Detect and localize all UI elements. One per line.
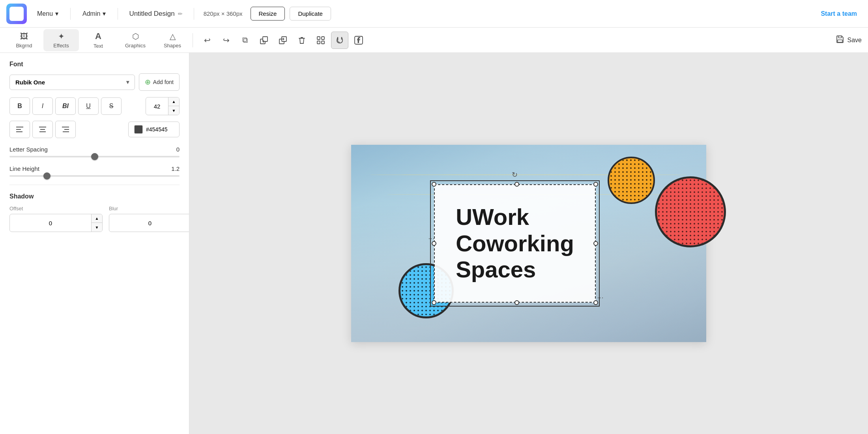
line-height-thumb[interactable] — [43, 172, 51, 180]
yellow-circle[interactable] — [608, 157, 655, 204]
handle-br[interactable] — [593, 300, 598, 305]
tab-bkgrnd[interactable]: 🖼 Bkgrnd — [6, 29, 42, 51]
toolbar2: 🖼 Bkgrnd ✦ Effects A Text ⬡ Graphics △ S… — [0, 28, 868, 53]
effects-icon: ✦ — [58, 32, 65, 41]
canvas-text[interactable]: UWork Coworking Spaces — [444, 196, 586, 291]
handle-mr[interactable] — [593, 241, 598, 246]
add-font-button[interactable]: ⊕ Add font — [139, 73, 180, 91]
red-circle[interactable] — [655, 176, 726, 247]
topbar-divider-1 — [70, 8, 71, 20]
canvas-area: UWork Coworking Spaces ↻ ⋮ ⋮ — [189, 53, 868, 434]
align-right-button[interactable] — [55, 121, 76, 138]
toolbar2-actions: ↩ ↪ ⧉ Save — [198, 32, 862, 49]
line-height-track[interactable] — [9, 175, 180, 177]
text-icon: A — [95, 31, 101, 41]
text-color-swatch — [134, 125, 143, 134]
line-height-section: Line Height 1.2 — [9, 165, 180, 177]
section-divider — [9, 185, 180, 185]
admin-button[interactable]: Admin ▾ — [77, 7, 111, 21]
shadow-offset-field: Offset ▲ ▼ — [9, 206, 103, 232]
facebook-button[interactable] — [350, 32, 367, 49]
menu-button[interactable]: Menu ▾ — [32, 7, 64, 21]
tab-text[interactable]: A Text — [80, 29, 116, 51]
shadow-offset-down[interactable]: ▼ — [91, 223, 102, 232]
letter-spacing-section: Letter Spacing 0 — [9, 146, 180, 157]
design-title-button[interactable]: Untitled Design ✏ — [124, 7, 187, 20]
dots-handle-left[interactable]: ⋮ — [428, 236, 435, 241]
handle-bl[interactable] — [432, 300, 436, 305]
canvas-container[interactable]: UWork Coworking Spaces ↻ ⋮ ⋮ — [351, 145, 706, 342]
copy-button[interactable]: ⧉ — [236, 32, 254, 49]
rotate-handle[interactable]: ↻ — [509, 169, 520, 180]
logo[interactable] — [6, 4, 27, 24]
align-center-button[interactable] — [32, 121, 53, 138]
font-name: Rubik One — [15, 79, 45, 86]
font-size-down-button[interactable]: ▼ — [168, 106, 179, 115]
bold-italic-button[interactable]: BI — [55, 97, 76, 115]
font-size-up-button[interactable]: ▲ — [168, 97, 179, 106]
red-dot-layer — [657, 178, 724, 245]
font-size-input: 42 ▲ ▼ — [146, 97, 180, 115]
text-selection-box[interactable]: UWork Coworking Spaces — [434, 184, 596, 303]
toolbar2-divider — [193, 33, 193, 47]
tab-effects[interactable]: ✦ Effects — [43, 29, 79, 51]
font-dropdown[interactable]: Rubik One ▾ — [9, 75, 135, 90]
magnet-button[interactable] — [331, 32, 348, 49]
start-team-button[interactable]: Start a team — [816, 7, 862, 21]
yellow-dot-layer — [609, 158, 653, 202]
send-back-button[interactable] — [255, 32, 273, 49]
svg-rect-5 — [322, 37, 324, 39]
grid-button[interactable] — [312, 32, 329, 49]
resize-button[interactable]: Resize — [251, 7, 285, 21]
menu-chevron-icon: ▾ — [55, 10, 58, 17]
graphics-icon: ⬡ — [132, 32, 139, 41]
yellow-circle-outer — [608, 157, 655, 204]
shadow-blur-input-wrap: ▲ ▼ — [109, 214, 189, 232]
shadow-blur-input[interactable] — [109, 217, 189, 230]
text-color-value: #454545 — [146, 126, 168, 133]
shadow-offset-input[interactable] — [10, 217, 91, 230]
canvas-text-line3: Spaces — [456, 256, 574, 283]
dots-handle-right[interactable]: ⋮ — [597, 295, 604, 300]
handle-tr[interactable] — [593, 182, 598, 187]
shadow-blur-field: Blur ▲ ▼ — [109, 206, 189, 232]
svg-rect-6 — [317, 41, 320, 44]
letter-spacing-track[interactable] — [9, 156, 180, 157]
menu-label: Menu — [37, 10, 53, 17]
admin-label: Admin — [82, 10, 100, 17]
align-left-button[interactable] — [9, 121, 30, 138]
handle-tm[interactable] — [514, 182, 519, 187]
letter-spacing-value: 0 — [176, 146, 180, 153]
duplicate-button[interactable]: Duplicate — [290, 7, 331, 21]
shadow-offset-arrows: ▲ ▼ — [91, 214, 102, 232]
handle-tl[interactable] — [432, 182, 436, 187]
font-selector: Rubik One ▾ ⊕ Add font — [9, 73, 180, 91]
letter-spacing-label: Letter Spacing — [9, 146, 48, 153]
redo-button[interactable]: ↪ — [217, 32, 235, 49]
shadow-offset-up[interactable]: ▲ — [91, 214, 102, 223]
text-color-picker[interactable]: #454545 — [128, 122, 180, 137]
tab-shapes[interactable]: △ Shapes — [155, 29, 190, 51]
handle-ml[interactable] — [432, 241, 436, 246]
bring-forward-button[interactable] — [274, 32, 292, 49]
text-style-row: B I BI U S 42 ▲ ▼ — [9, 97, 180, 115]
tab-bkgrnd-label: Bkgrnd — [16, 43, 32, 49]
bkgrnd-icon: 🖼 — [20, 32, 28, 41]
undo-button[interactable]: ↩ — [198, 32, 216, 49]
shadow-blur-label: Blur — [109, 206, 189, 211]
bold-button[interactable]: B — [9, 97, 30, 115]
edit-title-icon: ✏ — [178, 11, 183, 17]
delete-button[interactable] — [293, 32, 311, 49]
shadow-offset-input-wrap: ▲ ▼ — [9, 214, 103, 232]
font-size-field[interactable]: 42 — [146, 100, 168, 113]
save-label: Save — [847, 37, 862, 44]
italic-button[interactable]: I — [32, 97, 53, 115]
letter-spacing-thumb[interactable] — [91, 153, 98, 160]
strikethrough-button[interactable]: S — [101, 97, 122, 115]
topbar: Menu ▾ Admin ▾ Untitled Design ✏ 820px ×… — [0, 0, 868, 28]
line-height-value: 1.2 — [171, 165, 180, 172]
handle-bm[interactable] — [514, 300, 519, 305]
underline-button[interactable]: U — [78, 97, 99, 115]
tab-graphics[interactable]: ⬡ Graphics — [118, 29, 153, 51]
save-area[interactable]: Save — [836, 35, 862, 45]
